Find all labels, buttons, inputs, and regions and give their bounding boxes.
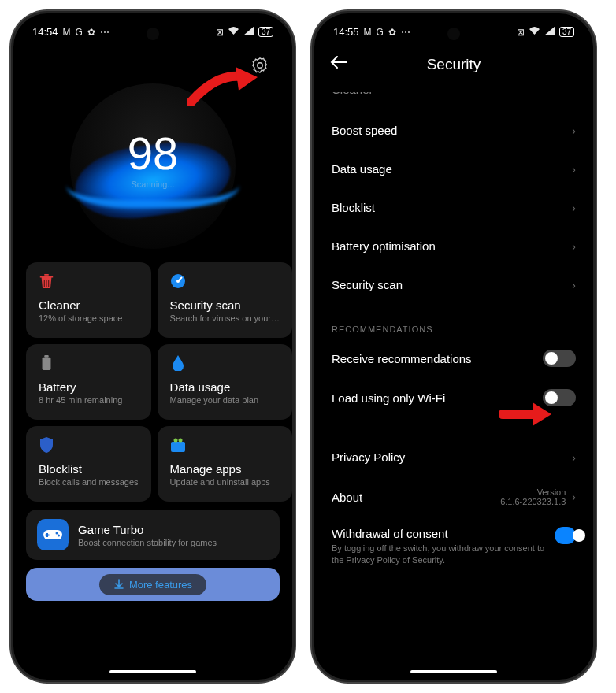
status-time: 14:55 xyxy=(333,26,359,38)
signal-icon xyxy=(243,26,254,38)
more-status-icon: ⋯ xyxy=(100,27,109,38)
back-button[interactable] xyxy=(330,55,347,73)
phone-left: 14:54 M G ✿ ⋯ ⊠ 37 xyxy=(11,11,295,682)
home-indicator[interactable] xyxy=(410,670,497,673)
svg-rect-4 xyxy=(44,355,48,358)
wifi-icon xyxy=(529,26,540,38)
list-item-blocklist[interactable]: Blocklist › xyxy=(332,188,576,227)
tile-title: Data usage xyxy=(170,380,280,394)
tile-subtitle: 12% of storage space xyxy=(39,313,139,323)
chevron-right-icon: › xyxy=(572,163,576,176)
blocklist-tile[interactable]: Blocklist Block calls and messages xyxy=(26,426,151,502)
security-score: 98 xyxy=(128,131,179,176)
feature-tiles: Cleaner 12% of storage space Security sc… xyxy=(13,254,292,502)
game-turbo-card[interactable]: Game Turbo Boost connection stability fo… xyxy=(26,510,280,560)
battery-indicator: 37 xyxy=(258,27,273,37)
data-usage-tile[interactable]: Data usage Manage your data plan xyxy=(158,344,292,420)
google-icon: G xyxy=(76,27,83,38)
close-box-icon: ⊠ xyxy=(517,27,525,38)
svg-rect-3 xyxy=(43,358,51,370)
tile-subtitle: Update and uninstall apps xyxy=(170,477,280,487)
chevron-right-icon: › xyxy=(572,451,576,464)
settings-status-icon: ✿ xyxy=(87,27,95,38)
list-item-about[interactable]: About Version 6.1.6-220323.1.3 › xyxy=(332,476,576,517)
chevron-right-icon: › xyxy=(572,240,576,253)
page-title: Security xyxy=(427,56,481,73)
battery-tile[interactable]: Battery 8 hr 45 min remaining xyxy=(26,344,151,420)
download-icon xyxy=(113,579,124,590)
gmail-icon: M xyxy=(63,27,71,38)
chevron-right-icon: › xyxy=(572,491,576,503)
tile-title: Cleaner xyxy=(39,298,139,312)
status-time: 14:54 xyxy=(32,26,58,38)
tile-subtitle: Search for viruses on your… xyxy=(170,313,280,323)
toggle-receive-recommendations: Receive recommendations xyxy=(332,339,576,378)
camera-notch xyxy=(447,28,460,40)
settings-list: Cleaner › Boost speed › Data usage › Blo… xyxy=(314,92,593,566)
tile-title: Manage apps xyxy=(170,462,280,476)
scanning-label: Scanning... xyxy=(131,180,174,189)
svg-point-2 xyxy=(176,280,180,283)
wifi-icon xyxy=(228,26,239,38)
toggle-switch[interactable] xyxy=(543,350,576,367)
list-item-battery-optimisation[interactable]: Battery optimisation › xyxy=(332,227,576,265)
section-recommendations: RECOMMENDATIONS xyxy=(332,304,576,339)
version-number: 6.1.6-220323.1.3 xyxy=(500,497,566,506)
svg-point-11 xyxy=(56,532,58,535)
chevron-right-icon: › xyxy=(572,279,576,291)
security-scan-tile[interactable]: Security scan Search for viruses on your… xyxy=(158,262,292,338)
page-header: Security xyxy=(314,44,593,92)
chevron-right-icon: › xyxy=(572,202,576,214)
tile-subtitle: Block calls and messages xyxy=(39,477,139,487)
google-icon: G xyxy=(377,27,384,38)
trash-icon xyxy=(39,273,54,289)
svg-point-7 xyxy=(178,439,182,443)
list-item-cleaner-cut[interactable]: Cleaner › xyxy=(332,92,576,111)
gamepad-icon xyxy=(37,519,69,550)
svg-point-12 xyxy=(58,535,60,537)
toggle-switch[interactable] xyxy=(555,527,576,544)
annotation-arrow xyxy=(499,399,553,429)
svg-rect-10 xyxy=(46,535,50,536)
list-item-privacy-policy[interactable]: Privacy Policy › xyxy=(332,438,576,476)
close-box-icon: ⊠ xyxy=(216,27,224,38)
list-item-boost-speed[interactable]: Boost speed › xyxy=(332,111,576,150)
gauge-icon xyxy=(170,273,186,289)
chevron-right-icon: › xyxy=(572,92,576,95)
settings-status-icon: ✿ xyxy=(388,27,396,38)
tile-title: Game Turbo xyxy=(78,523,217,536)
tile-subtitle: Boost connection stability for games xyxy=(78,538,217,547)
tile-subtitle: 8 hr 45 min remaining xyxy=(39,395,139,405)
apps-icon xyxy=(170,437,186,453)
list-item-data-usage[interactable]: Data usage › xyxy=(332,150,576,188)
more-features-button[interactable]: More features xyxy=(26,568,280,601)
tile-title: Battery xyxy=(39,380,139,394)
tile-title: Blocklist xyxy=(39,462,139,476)
toggle-withdrawal-consent: Withdrawal of consent By toggling off th… xyxy=(332,517,576,566)
drop-icon xyxy=(170,355,186,371)
camera-notch xyxy=(147,28,159,40)
svg-rect-5 xyxy=(171,442,185,452)
tile-subtitle: Manage your data plan xyxy=(170,395,280,405)
more-status-icon: ⋯ xyxy=(401,27,410,38)
manage-apps-tile[interactable]: Manage apps Update and uninstall apps xyxy=(158,426,292,502)
annotation-arrow xyxy=(187,63,262,106)
home-indicator[interactable] xyxy=(109,670,196,673)
chevron-right-icon: › xyxy=(572,124,576,137)
svg-point-6 xyxy=(173,439,177,443)
signal-icon xyxy=(544,26,555,38)
gmail-icon: M xyxy=(364,27,372,38)
phone-right: 14:55 M G ✿ ⋯ ⊠ 37 Security Cleaner xyxy=(312,11,596,682)
list-item-security-scan[interactable]: Security scan › xyxy=(332,265,576,304)
cleaner-tile[interactable]: Cleaner 12% of storage space xyxy=(26,262,151,338)
battery-indicator: 37 xyxy=(559,27,574,37)
shield-icon xyxy=(39,437,54,453)
tile-title: Security scan xyxy=(170,298,280,312)
battery-icon xyxy=(39,355,54,371)
